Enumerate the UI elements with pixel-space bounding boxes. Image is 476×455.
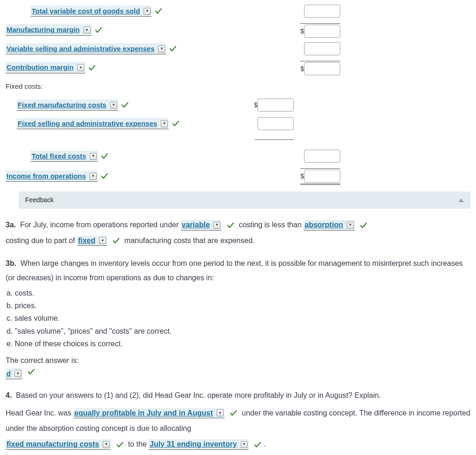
dollar-sign: $ [300, 64, 304, 74]
chevron-down-icon: ▼ [14, 370, 21, 377]
dd-fixed-mfg-costs[interactable]: Fixed manufacturing costs ▼ [17, 99, 118, 111]
question-4: 4. Based on your answers to (1) and (2),… [6, 388, 470, 403]
dd-label: Income from operations [7, 171, 88, 182]
dd-label: Variable selling and administrative expe… [7, 44, 156, 54]
q3b-opt-e: e. None of these choices is correct. [7, 337, 470, 350]
row-total-var-cogs: Total variable cost of goods sold ▼ [6, 4, 470, 19]
row-fixed-sell-admin: Fixed selling and administrative expense… [6, 116, 470, 131]
q3b-opt-d: d. "sales volume", "prices" and "costs" … [7, 325, 470, 337]
row-fixed-heading: Fixed costs: [6, 79, 470, 94]
dd-mfg-margin[interactable]: Manufacturing margin ▼ [6, 24, 92, 36]
dd-label: Total variable cost of goods sold [32, 6, 142, 17]
check-icon [88, 64, 96, 72]
row-income-ops: Income from operations ▼ $ [6, 167, 470, 185]
dd-contribution-margin[interactable]: Contribution margin ▼ [6, 62, 85, 73]
dd-label: Fixed manufacturing costs [18, 100, 108, 111]
chevron-down-icon: ▼ [90, 173, 97, 180]
q3b-prefix: 3b. [6, 259, 16, 267]
check-icon [116, 441, 124, 449]
chevron-down-icon: ▼ [241, 441, 248, 448]
chevron-down-icon: ▼ [103, 441, 110, 448]
row-fixed-mfg-costs: Fixed manufacturing costs ▼ $ [6, 98, 470, 112]
dd-label: Fixed selling and administrative expense… [18, 119, 159, 129]
amt-contribution-margin[interactable] [304, 62, 340, 75]
dd-income-ops[interactable]: Income from operations ▼ [6, 171, 98, 182]
chevron-down-icon: ▼ [158, 46, 165, 53]
dd-label: Total fixed costs [32, 151, 88, 162]
q3a-t2: costing is less than [239, 221, 302, 229]
q3a-prefix: 3a. [6, 221, 16, 229]
check-icon [100, 172, 109, 180]
chevron-down-icon: ▼ [110, 102, 117, 109]
q4-t3: to the [128, 440, 147, 448]
q3b-options: a. costs. b. prices. c. sales volume. d.… [7, 287, 470, 350]
question-3a: 3a. For July, income from operations rep… [6, 217, 470, 248]
q4-prefix: 4. [6, 391, 12, 399]
q3b-opt-b: b. prices. [7, 299, 470, 312]
dd-label: Manufacturing margin [7, 25, 82, 35]
row-contribution-margin: Contribution margin ▼ $ [6, 60, 470, 75]
collapse-icon [458, 198, 464, 202]
q3a-t4: manufacturing costs that are expensed. [125, 237, 255, 244]
check-icon [27, 368, 35, 376]
dd-3a-1[interactable]: variable▼ [181, 220, 221, 231]
q3a-t3: costing due to part of [6, 237, 75, 244]
feedback-bar[interactable]: Feedback [19, 191, 470, 209]
question-4-body: Head Gear Inc. was equally profitable in… [6, 405, 470, 452]
q3b-answer-label: The correct answer is: [6, 353, 470, 369]
dd-3a-3[interactable]: fixed▼ [77, 236, 107, 246]
chevron-down-icon: ▼ [217, 409, 224, 416]
feedback-label: Feedback [25, 195, 53, 205]
q3b-opt-a: a. costs. [7, 287, 470, 299]
dd-4-1[interactable]: equally profitable in July and in August… [73, 408, 225, 419]
check-icon [253, 441, 262, 449]
q3b-prompt: When large changes in inventory levels o… [6, 259, 463, 281]
check-icon [121, 101, 129, 109]
row-var-sell-admin: Variable selling and administrative expe… [6, 41, 470, 56]
dd-total-var-cogs[interactable]: Total variable cost of goods sold ▼ [31, 6, 152, 17]
amt-fixed-sell-admin[interactable] [258, 117, 294, 130]
amt-var-sell-admin[interactable] [304, 42, 340, 55]
dollar-sign: $ [300, 26, 304, 36]
amt-total-var-cogs[interactable] [304, 5, 340, 18]
dollar-sign: $ [300, 171, 304, 181]
dd-4-3[interactable]: July 31 ending inventory▼ [149, 439, 249, 450]
check-icon [359, 221, 368, 230]
check-icon [100, 152, 109, 160]
amt-fixed-mfg[interactable] [258, 99, 294, 112]
q4-t1: Head Gear Inc. was [6, 409, 71, 417]
dd-fixed-sell-admin[interactable]: Fixed selling and administrative expense… [17, 118, 169, 130]
dd-var-sell-admin[interactable]: Variable selling and administrative expe… [6, 43, 166, 55]
dd-total-fixed[interactable]: Total fixed costs ▼ [31, 151, 98, 162]
row-total-fixed: Total fixed costs ▼ [6, 149, 470, 164]
fixed-costs-heading: Fixed costs: [6, 81, 43, 92]
chevron-down-icon: ▼ [77, 64, 84, 71]
chevron-down-icon: ▼ [90, 153, 97, 160]
amt-mfg-margin[interactable] [304, 25, 340, 38]
dd-3a-2[interactable]: absorption▼ [304, 220, 355, 231]
chevron-down-icon: ▼ [84, 26, 91, 33]
q4-prompt: Based on your answers to (1) and (2), di… [16, 391, 381, 399]
check-icon [112, 237, 120, 245]
check-icon [169, 45, 177, 53]
q4-t4: . [264, 440, 266, 448]
chevron-down-icon: ▼ [144, 8, 151, 15]
q3b-opt-c: c. sales volume. [7, 312, 470, 324]
row-mfg-margin: Manufacturing margin ▼ $ [6, 22, 470, 38]
check-icon [229, 409, 238, 417]
chevron-down-icon: ▼ [99, 237, 106, 244]
amt-total-fixed[interactable] [304, 150, 340, 163]
check-icon [154, 7, 163, 15]
dd-4-2[interactable]: fixed manufacturing costs▼ [6, 439, 111, 450]
dd-label: Contribution margin [7, 62, 75, 73]
question-3b: 3b. When large changes in inventory leve… [6, 257, 470, 285]
chevron-down-icon: ▼ [213, 222, 220, 229]
chevron-down-icon: ▼ [347, 222, 354, 229]
income-statement-table: Total variable cost of goods sold ▼ Manu… [6, 4, 470, 185]
check-icon [172, 119, 180, 128]
q3a-t1: For July, income from operations reporte… [20, 221, 178, 229]
amt-income-ops[interactable] [304, 170, 340, 183]
check-icon [226, 221, 235, 230]
check-icon [94, 26, 103, 34]
dd-3b-answer[interactable]: d▼ [6, 368, 22, 380]
